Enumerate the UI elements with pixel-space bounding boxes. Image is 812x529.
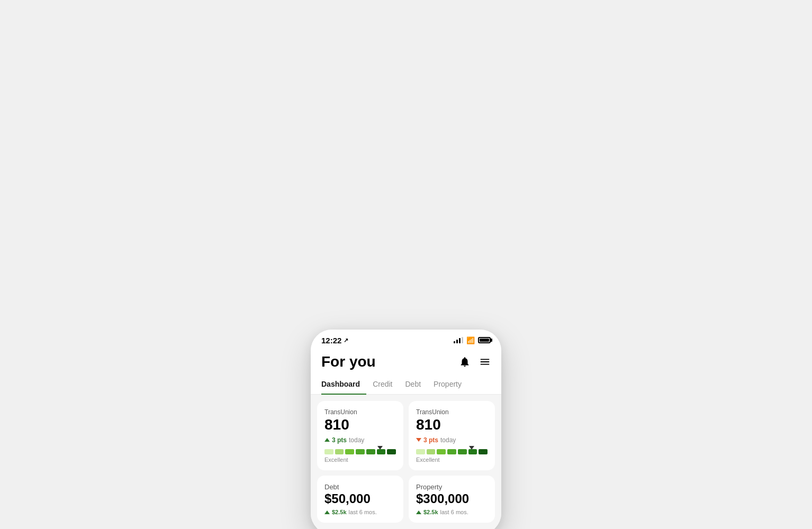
change-pts-1: 3 pts <box>332 436 347 444</box>
tab-dashboard[interactable]: Dashboard <box>321 375 366 395</box>
status-icons: 📶 <box>454 336 491 344</box>
score-bar-1 <box>324 449 396 454</box>
seg7-2 <box>479 449 488 454</box>
provider-label-1: TransUnion <box>324 408 396 416</box>
change-label-2: today <box>440 436 456 444</box>
score-segments-1 <box>324 449 396 454</box>
credit-score-row: TransUnion 810 3 pts today <box>317 401 495 470</box>
seg5-2 <box>458 449 467 454</box>
status-bar: 12:22 ↗ 📶 <box>311 330 501 348</box>
debt-sub: $2.5k last 6 mos. <box>324 509 396 515</box>
seg1-1 <box>324 449 333 454</box>
seg2-1 <box>335 449 344 454</box>
debt-label: Debt <box>324 483 396 491</box>
phone-frame: 12:22 ↗ 📶 For you <box>311 330 501 529</box>
status-time: 12:22 ↗ <box>321 336 348 345</box>
page-title: For you <box>321 353 376 370</box>
menu-button[interactable] <box>479 356 491 368</box>
debt-value: $50,000 <box>324 492 396 506</box>
score-value-1: 810 <box>324 417 396 433</box>
property-label: Property <box>416 483 488 491</box>
app-header: For you <box>311 348 501 375</box>
property-value: $300,000 <box>416 492 488 506</box>
debt-change-label: last 6 mos. <box>349 509 377 515</box>
score-value-2: 810 <box>416 417 488 433</box>
bell-button[interactable] <box>459 356 471 368</box>
clock: 12:22 <box>321 336 341 345</box>
score-change-1: 3 pts today <box>324 436 396 444</box>
change-label-1: today <box>349 436 364 444</box>
score-indicator-2 <box>469 446 474 450</box>
score-label-1: Excellent <box>324 457 396 463</box>
seg6-2 <box>468 449 477 454</box>
debt-card: Debt $50,000 $2.5k last 6 mos. <box>317 476 403 523</box>
score-change-2: 3 pts today <box>416 436 488 444</box>
score-indicator-1 <box>377 446 383 450</box>
up-arrow-icon-1 <box>324 438 330 442</box>
debt-up-icon <box>324 510 330 514</box>
score-label-2: Excellent <box>416 457 488 463</box>
change-pts-2: 3 pts <box>423 436 438 444</box>
tab-debt[interactable]: Debt <box>399 375 427 395</box>
debt-change-amount: $2.5k <box>332 509 347 515</box>
property-card: Property $300,000 $2.5k last 6 mos. <box>409 476 495 523</box>
content-area: TransUnion 810 3 pts today <box>311 395 501 529</box>
property-up-icon <box>416 510 421 514</box>
seg3-1 <box>345 449 354 454</box>
score-bar-2 <box>416 449 488 454</box>
bottom-cards-row: Debt $50,000 $2.5k last 6 mos. Property … <box>317 476 495 523</box>
seg5-1 <box>366 449 375 454</box>
seg3-2 <box>437 449 446 454</box>
property-change-label: last 6 mos. <box>440 509 468 515</box>
wifi-icon: 📶 <box>466 336 475 344</box>
seg7-1 <box>387 449 396 454</box>
tabs-container: Dashboard Credit Debt Property <box>311 375 501 395</box>
seg4-1 <box>356 449 365 454</box>
provider-label-2: TransUnion <box>416 408 488 416</box>
battery-icon <box>478 337 491 343</box>
seg1-2 <box>416 449 425 454</box>
property-change-amount: $2.5k <box>423 509 438 515</box>
credit-card-1: TransUnion 810 3 pts today <box>317 401 403 470</box>
seg4-2 <box>447 449 456 454</box>
tab-credit[interactable]: Credit <box>366 375 399 395</box>
location-icon: ↗ <box>344 337 348 344</box>
seg2-2 <box>427 449 436 454</box>
down-arrow-icon-2 <box>416 438 421 442</box>
tab-property[interactable]: Property <box>427 375 468 395</box>
property-sub: $2.5k last 6 mos. <box>416 509 488 515</box>
credit-card-2: TransUnion 810 3 pts today <box>409 401 495 470</box>
score-segments-2 <box>416 449 488 454</box>
signal-icon <box>454 337 463 343</box>
seg6-1 <box>377 449 386 454</box>
header-icons <box>459 356 491 368</box>
